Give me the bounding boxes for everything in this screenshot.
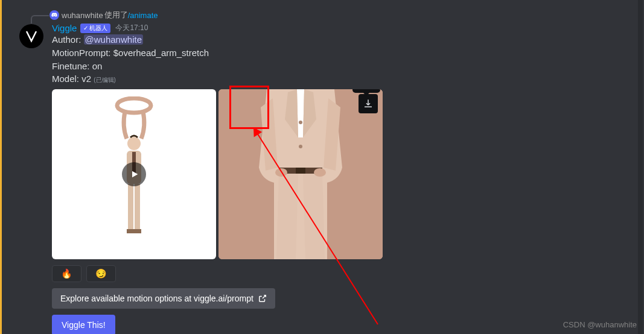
- bot-avatar[interactable]: [19, 24, 43, 48]
- model: Model: v2: [52, 74, 91, 84]
- svg-rect-4: [128, 184, 133, 229]
- bot-tag-label: 机器人: [89, 24, 107, 33]
- svg-point-13: [275, 168, 287, 177]
- reaction-thinking[interactable]: 😏: [86, 265, 116, 282]
- svg-rect-7: [133, 229, 141, 233]
- author-label: Author:: [52, 34, 84, 45]
- reaction-fire[interactable]: 🔥: [52, 265, 81, 282]
- download-tooltip: 下载: [352, 89, 380, 93]
- attachment-image[interactable]: 下载: [218, 89, 383, 259]
- attachment-video[interactable]: [52, 89, 216, 259]
- download-button[interactable]: 下载: [359, 94, 378, 113]
- reply-action: 使用了: [104, 10, 128, 20]
- explore-button-label: Explore available motion options at vigg…: [60, 294, 253, 303]
- external-link-icon: [258, 294, 267, 303]
- svg-point-9: [299, 121, 302, 124]
- viggle-this-button[interactable]: Viggle This!: [52, 315, 115, 334]
- finetune: Finetune: on: [52, 60, 644, 73]
- bot-name[interactable]: Viggle: [52, 23, 77, 33]
- svg-point-14: [314, 168, 326, 177]
- edited-label: (已编辑): [94, 77, 116, 83]
- author-mention[interactable]: @wuhanwhite: [84, 34, 143, 45]
- discord-icon: [49, 10, 59, 20]
- timestamp: 今天17:10: [115, 23, 148, 33]
- explore-button[interactable]: Explore available motion options at vigg…: [52, 288, 275, 309]
- bot-tag: ✓ 机器人: [80, 24, 110, 33]
- svg-point-10: [299, 145, 302, 148]
- play-icon[interactable]: [122, 162, 146, 186]
- motion-prompt: MotionPrompt: $overhead_arm_stretch: [52, 46, 644, 60]
- svg-rect-5: [135, 184, 140, 229]
- svg-point-1: [127, 137, 141, 150]
- verified-check-icon: ✓: [83, 25, 88, 31]
- reply-command[interactable]: /animate: [128, 11, 158, 20]
- svg-rect-12: [296, 168, 305, 174]
- watermark: CSDN @wuhanwhite: [563, 320, 637, 329]
- reply-context[interactable]: wuhanwhite 使用了 /animate: [49, 10, 644, 20]
- svg-point-0: [117, 98, 151, 113]
- reply-username: wuhanwhite: [62, 11, 103, 20]
